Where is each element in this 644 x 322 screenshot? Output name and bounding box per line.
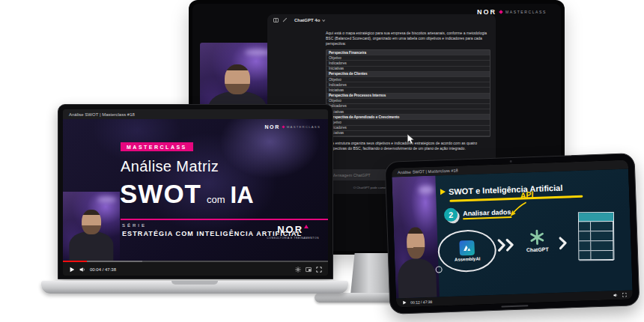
accent-divider	[121, 219, 328, 220]
table-row-label: Objetivo	[329, 78, 341, 82]
table-row: Objetivo	[326, 99, 490, 104]
video-window-title: Análise SWOT | Masterclass #18	[69, 112, 135, 117]
chatgpt-logo-icon	[529, 228, 546, 246]
model-selector[interactable]: ChatGPT 4o	[294, 18, 324, 22]
brand-accent-icon	[499, 10, 503, 14]
fullscreen-button[interactable]	[622, 293, 627, 297]
table-row: Iniciativas	[326, 67, 490, 72]
play-button[interactable]	[69, 267, 75, 273]
video-window-title: Análise SWOT | Masterclass #18	[398, 168, 458, 174]
presenter-head	[225, 64, 250, 94]
slide-main-title: SWOT com IA	[120, 179, 254, 209]
laptop-display: Análise SWOT | Masterclass #18 NOR MASTE…	[63, 109, 328, 276]
table-row: Iniciativas	[326, 88, 490, 93]
laptop-screen: Análise SWOT | Masterclass #18 NOR MASTE…	[58, 104, 333, 279]
laptop-base	[41, 281, 348, 294]
volume-button[interactable]	[79, 267, 85, 273]
table-row: Perspectiva Financeira	[326, 50, 490, 55]
volume-button[interactable]	[613, 293, 618, 297]
video-controls-bar: 00:04 / 47:38	[63, 261, 328, 276]
purple-light-glow	[97, 197, 117, 201]
pip-button[interactable]	[306, 267, 312, 273]
tablet: Análise SWOT | Masterclass #18 SWOT e In…	[385, 153, 640, 315]
table-row-label: Perspectiva Financeira	[329, 51, 366, 55]
logo-triangle-icon	[304, 225, 309, 228]
presenter-torso	[398, 258, 437, 299]
video-progress-bar[interactable]	[63, 261, 328, 262]
logo-name: NOR	[277, 224, 309, 235]
video-window-titlebar: Análise SWOT | Masterclass #18	[63, 109, 328, 119]
table-header-band	[579, 213, 613, 222]
title-connector: com	[207, 194, 225, 205]
table-row: Indicadores	[326, 82, 490, 88]
bsc-table: Perspectiva Financeira Objetivo Indicado…	[326, 49, 490, 137]
swot-ai-slide: SWOT e Inteligência Artificial 2 Analisa…	[392, 169, 632, 299]
chevron-down-icon	[322, 18, 325, 21]
presenter-head	[406, 227, 425, 259]
single-chevron-icon	[559, 235, 568, 250]
nor-footer-logo: NOR CONSULTORIA E TREINAMENTOS	[267, 222, 319, 240]
settings-button[interactable]	[295, 267, 301, 273]
table-row: Perspectiva de Clientes	[326, 72, 490, 77]
table-row-graphic	[579, 251, 613, 261]
sidebar-toggle-icon[interactable]	[273, 18, 279, 22]
fullscreen-button[interactable]	[316, 267, 322, 273]
yellow-bullet-icon	[440, 189, 446, 195]
table-row-label: Perspectiva de Processos Internos	[329, 94, 386, 97]
brand-suffix: MASTERCLASS	[287, 125, 321, 129]
home-indicator[interactable]	[501, 305, 528, 307]
assemblyai-label: AssemblyAI	[455, 257, 481, 262]
slide-subtitle: Análise Matriz	[121, 158, 219, 175]
step-label: Analisar dados	[463, 208, 511, 219]
table-row: Iniciativas	[326, 109, 490, 115]
title-word-ia: IA	[231, 182, 254, 209]
laptop-notch	[171, 281, 218, 285]
nor-masterclass-logo: NOR MASTERCLASS	[264, 124, 321, 130]
tablet-display: Análise SWOT | Masterclass #18 SWOT e In…	[392, 160, 633, 308]
masterclass-badge: MASTERCLASS	[121, 142, 193, 151]
assistant-message-intro: Aqui está o mapa estratégico para sua em…	[326, 31, 490, 46]
table-row: Indicadores	[326, 126, 490, 131]
table-row-label: Indicadores	[329, 61, 347, 65]
logo-subtext: CONSULTORIA E TREINAMENTOS	[267, 237, 319, 240]
table-row-label: Perspectiva de Clientes	[329, 72, 368, 76]
table-row-label: Objetivo	[329, 99, 341, 103]
table-row-label: Iniciativas	[329, 88, 344, 92]
presenter-webcam-laptop	[63, 192, 120, 261]
table-row-graphic	[579, 231, 613, 241]
table-row: Perspectiva de Aprendizado e Crescimento	[326, 115, 490, 120]
table-row: Objetivo	[326, 55, 490, 61]
mouse-cursor	[407, 133, 415, 148]
table-row-label: Iniciativas	[329, 67, 344, 70]
stage: NOR MASTERCLASS ChatGPT 4o Aqui está o m…	[0, 0, 644, 322]
chatgpt-block: ChatGPT	[518, 228, 556, 253]
progress-fill	[63, 261, 87, 262]
table-row-graphic	[579, 222, 613, 231]
new-chat-icon[interactable]	[283, 18, 288, 22]
chatgpt-label: ChatGPT	[519, 246, 556, 253]
title-word-swot: SWOT	[120, 179, 201, 209]
brand-name: NOR	[264, 124, 279, 130]
purple-light-glow	[245, 49, 270, 55]
play-button[interactable]	[402, 300, 407, 305]
table-row-graphic	[579, 241, 613, 251]
tablet-camera-icon	[510, 160, 512, 162]
slide-title-row: SWOT e Inteligência Artificial	[440, 183, 563, 197]
assemblyai-logo-icon	[459, 240, 475, 256]
table-row-label: Objetivo	[329, 56, 341, 60]
chatgpt-topbar: ChatGPT 4o	[267, 14, 496, 26]
double-chevron-icon	[497, 237, 514, 253]
table-row: Perspectiva de Processos Internos	[326, 94, 490, 99]
table-row: Indicadores	[326, 104, 490, 109]
api-arrow-icon	[508, 201, 529, 218]
laptop: Análise SWOT | Masterclass #18 NOR MASTE…	[41, 104, 348, 296]
table-row: Objetivo	[326, 77, 490, 82]
step-number-badge: 2	[444, 208, 458, 222]
brand-accent-icon	[282, 125, 285, 128]
purple-light-glow	[419, 186, 434, 195]
tool-cloud-bubble: AssemblyAI	[437, 229, 497, 273]
slide-title: SWOT e Inteligência Artificial	[449, 183, 563, 196]
masterclass-title-slide: NOR MASTERCLASS MASTERCLASS Análise Matr…	[63, 119, 328, 261]
video-time: 00:12 / 47:38	[410, 300, 432, 305]
presenter-torso	[69, 231, 113, 261]
